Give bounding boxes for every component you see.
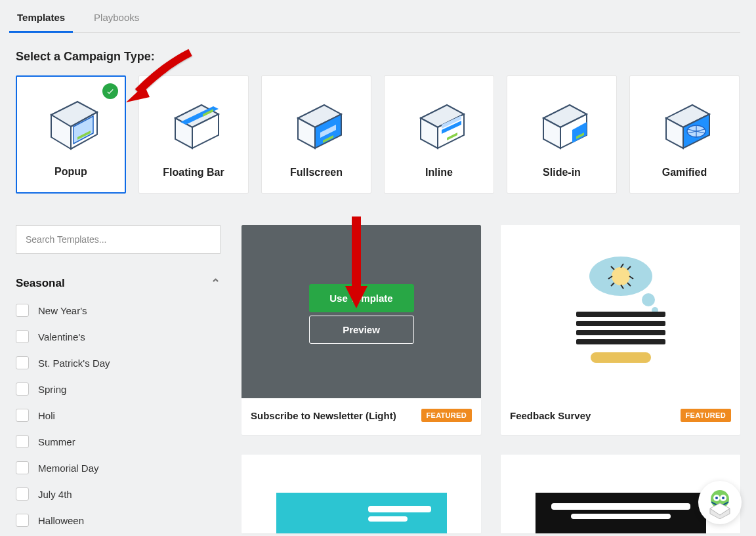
svg-point-34 [612, 267, 630, 285]
inline-icon [406, 97, 472, 156]
template-preview-icon [536, 487, 706, 533]
type-card-slide-in[interactable]: Slide-in [507, 75, 617, 194]
featured-badge: FEATURED [421, 409, 472, 422]
filter-item-summer[interactable]: Summer [16, 430, 220, 453]
svg-point-32 [642, 293, 655, 306]
section-title: Select a Campaign Type: [16, 50, 740, 64]
popup-icon [38, 96, 104, 155]
chevron-up-icon: ⌃ [211, 276, 220, 291]
template-thumbnail [501, 225, 740, 398]
svg-point-52 [722, 497, 724, 499]
filter-sidebar: Seasonal ⌃ New Year's Valentine's St. Pa… [16, 225, 220, 532]
template-title: Feedback Survey [510, 410, 591, 421]
type-label: Floating Bar [163, 167, 224, 178]
type-label: Gamified [662, 167, 707, 178]
filter-item-halloween[interactable]: Halloween [16, 508, 220, 532]
filter-label: New Year's [38, 305, 87, 316]
template-title: Subscribe to Newsletter (Light) [251, 410, 396, 421]
fullscreen-icon [284, 97, 349, 156]
template-preview-icon [276, 487, 447, 533]
filter-item-holi[interactable]: Holi [16, 403, 220, 427]
type-label: Fullscreen [290, 167, 343, 178]
campaign-type-row: Popup Floating Bar [16, 75, 740, 194]
preview-button[interactable]: Preview [309, 316, 414, 344]
type-label: Slide-in [543, 167, 581, 178]
filter-label: Spring [38, 384, 66, 395]
svg-rect-36 [576, 321, 665, 326]
svg-rect-39 [591, 352, 651, 363]
filter-label: St. Patrick's Day [38, 358, 110, 369]
svg-rect-44 [551, 503, 690, 510]
filter-label: Memorial Day [38, 463, 99, 474]
svg-rect-37 [576, 330, 665, 335]
template-grid: Use Template Preview Subscribe to Newsle… [242, 225, 740, 533]
template-thumbnail: Use Template Preview [242, 225, 481, 398]
type-card-gamified[interactable]: Gamified [629, 75, 740, 194]
filter-item-spring[interactable]: Spring [16, 377, 220, 401]
search-input[interactable] [16, 225, 220, 254]
filter-item-july-4th[interactable]: July 4th [16, 482, 220, 506]
slide-in-icon [529, 97, 595, 156]
filter-item-new-years[interactable]: New Year's [16, 299, 220, 322]
tab-playbooks[interactable]: Playbooks [93, 5, 140, 32]
filter-label: Holi [38, 410, 55, 421]
filter-label: Valentine's [38, 331, 85, 342]
filter-group-toggle[interactable]: Seasonal ⌃ [16, 274, 220, 299]
tab-bar: Templates Playbooks [16, 0, 740, 33]
checkbox[interactable] [16, 382, 29, 396]
filter-item-valentines[interactable]: Valentine's [16, 325, 220, 348]
tab-templates[interactable]: Templates [16, 5, 66, 32]
svg-rect-43 [536, 493, 706, 533]
checkbox[interactable] [16, 409, 29, 422]
filter-group-title: Seasonal [16, 277, 65, 290]
use-template-button[interactable]: Use Template [309, 284, 414, 312]
type-card-fullscreen[interactable]: Fullscreen [261, 75, 371, 194]
svg-rect-35 [576, 312, 665, 317]
filter-item-memorial-day[interactable]: Memorial Day [16, 456, 220, 480]
svg-rect-41 [368, 506, 431, 512]
type-label: Popup [54, 166, 87, 178]
template-card[interactable] [242, 455, 481, 533]
mascot-icon [704, 486, 736, 519]
help-widget-button[interactable] [698, 481, 742, 524]
checkbox[interactable] [16, 330, 29, 343]
type-card-inline[interactable]: Inline [384, 75, 494, 194]
template-card[interactable]: Use Template Preview Subscribe to Newsle… [242, 225, 481, 435]
template-thumbnail [242, 455, 481, 533]
type-label: Inline [425, 167, 453, 178]
svg-rect-45 [571, 514, 671, 519]
checkbox[interactable] [16, 304, 29, 317]
svg-point-51 [715, 497, 718, 499]
filter-group-seasonal: Seasonal ⌃ New Year's Valentine's St. Pa… [16, 274, 220, 532]
checkbox[interactable] [16, 514, 29, 527]
checkbox[interactable] [16, 487, 29, 501]
filter-label: July 4th [38, 489, 72, 500]
checkbox[interactable] [16, 461, 29, 474]
filter-item-st-patricks[interactable]: St. Patrick's Day [16, 351, 220, 375]
floating-bar-icon [161, 97, 226, 156]
svg-rect-42 [368, 516, 408, 522]
svg-rect-40 [276, 493, 447, 533]
filter-label: Halloween [38, 515, 84, 526]
gamified-icon [652, 97, 717, 156]
checkbox[interactable] [16, 435, 29, 448]
type-card-popup[interactable]: Popup [16, 75, 126, 194]
feedback-survey-preview-icon [549, 246, 693, 377]
check-icon [102, 83, 118, 99]
type-card-floating-bar[interactable]: Floating Bar [138, 75, 249, 194]
checkbox[interactable] [16, 356, 29, 369]
template-card[interactable]: Feedback Survey FEATURED [501, 225, 740, 435]
svg-rect-38 [576, 339, 665, 344]
featured-badge: FEATURED [681, 409, 731, 422]
filter-label: Summer [38, 436, 75, 447]
